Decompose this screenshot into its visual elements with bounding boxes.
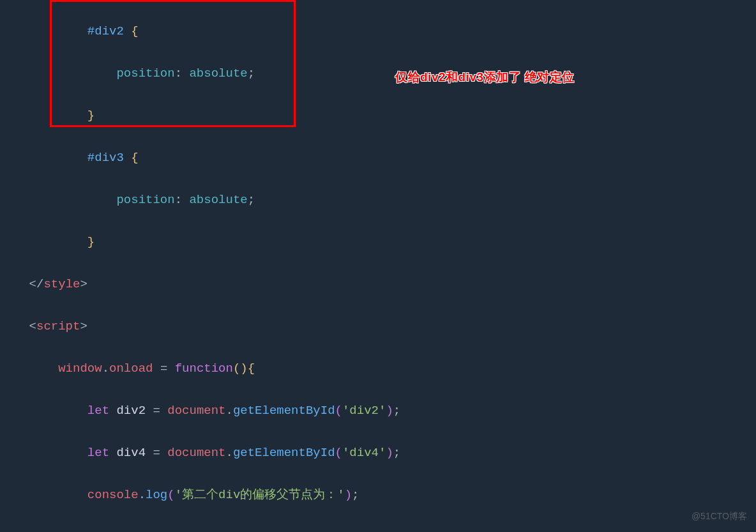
equals: =	[153, 404, 160, 418]
code-line: }	[0, 105, 756, 126]
paren-open: (	[167, 488, 174, 502]
brace-open: {	[248, 361, 255, 376]
code-line: let div2 = document.getElementById('div2…	[0, 400, 756, 422]
dot: .	[226, 404, 233, 418]
semicolon: ;	[393, 446, 400, 460]
js-string: '第二个div的偏移父节点为：'	[175, 488, 345, 502]
paren-close: )	[240, 361, 247, 376]
js-document: document	[167, 404, 225, 418]
tag-style: style	[43, 277, 80, 291]
dot: .	[102, 361, 109, 376]
js-string: 'div4'	[342, 446, 386, 460]
css-selector: #div2	[87, 24, 124, 38]
angle-close: >	[80, 277, 87, 291]
tag-script: script	[36, 319, 80, 333]
code-line: }	[0, 232, 756, 253]
js-console: console	[87, 488, 139, 502]
css-val: absolute	[189, 66, 247, 80]
code-line: position: absolute;	[0, 190, 756, 211]
js-document: document	[167, 446, 225, 460]
css-prop: position	[116, 66, 174, 80]
code-line: console.log('第二个div的偏移父节点为：');	[0, 485, 756, 506]
code-line: window.onload = function(){	[0, 358, 756, 379]
code-line: let div4 = document.getElementById('div4…	[0, 443, 756, 464]
js-function: function	[175, 361, 233, 376]
paren-open: (	[335, 446, 342, 460]
css-val: absolute	[189, 193, 247, 207]
paren-close: )	[345, 488, 352, 502]
code-line: </style>	[0, 274, 756, 295]
js-var: div2	[116, 404, 146, 418]
brace-open: {	[131, 24, 138, 38]
paren-open: (	[335, 404, 342, 418]
equals: =	[153, 446, 160, 460]
js-method: log	[146, 488, 167, 502]
semicolon: ;	[393, 404, 400, 418]
code-line: console.log(div2.offsetParent);	[0, 527, 756, 532]
angle-open: <	[29, 319, 36, 333]
paren-close: )	[386, 404, 393, 418]
css-prop: position	[116, 193, 174, 207]
annotation-text: 仅给div2和div3添加了 绝对定位	[395, 66, 575, 87]
js-string: 'div2'	[342, 404, 386, 418]
dot: .	[139, 488, 146, 502]
colon: :	[175, 193, 182, 207]
css-selector: #div3	[87, 151, 124, 165]
js-let: let	[87, 404, 109, 418]
colon: :	[175, 66, 182, 80]
code-line: <script>	[0, 316, 756, 337]
js-var: div4	[116, 446, 146, 460]
js-window: window	[58, 361, 102, 376]
brace-open: {	[131, 151, 138, 165]
watermark-text: @51CTO博客	[692, 506, 747, 527]
angle-close: >	[80, 319, 87, 333]
brace-close: }	[87, 235, 94, 249]
semicolon: ;	[248, 66, 255, 80]
paren-open: (	[233, 361, 240, 376]
semicolon: ;	[248, 193, 255, 207]
angle-open: </	[29, 277, 44, 291]
dot: .	[226, 446, 233, 460]
brace-close: }	[87, 109, 94, 123]
code-line: #div3 {	[0, 148, 756, 169]
js-onload: onload	[109, 361, 153, 376]
equals: =	[160, 361, 167, 376]
code-line: position: absolute;	[0, 63, 756, 84]
code-editor: #div2 { position: absolute; } #div3 { po…	[0, 0, 756, 532]
js-let: let	[87, 446, 109, 460]
js-method: getElementById	[233, 404, 335, 418]
js-method: getElementById	[233, 446, 335, 460]
semicolon: ;	[352, 488, 359, 502]
code-line: #div2 {	[0, 21, 756, 42]
paren-close: )	[386, 446, 393, 460]
